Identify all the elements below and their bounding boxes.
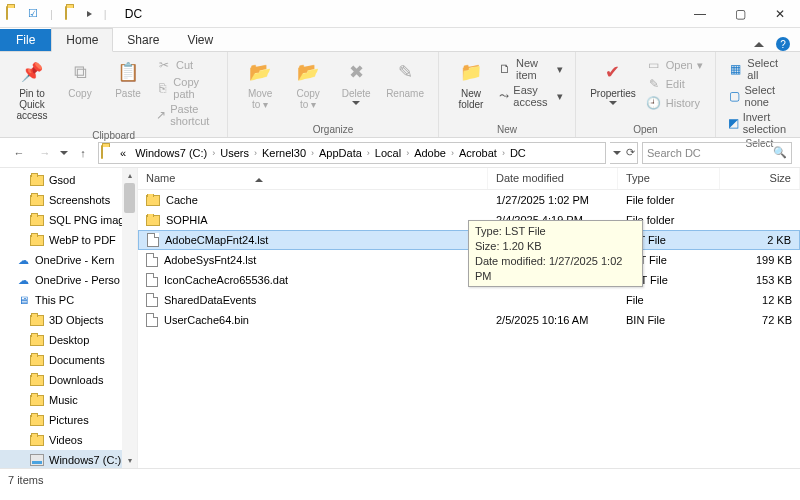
file-row[interactable]: Cache 1/27/2025 1:02 PM File folder [138, 190, 800, 210]
col-date[interactable]: Date modified [488, 168, 618, 189]
window-title: DC [125, 7, 142, 21]
tree-item-label: This PC [35, 294, 74, 306]
file-type: File [618, 294, 720, 306]
tree-item-label: SQL PNG imag [49, 214, 124, 226]
rename-button[interactable]: ✎Rename [382, 56, 428, 112]
collapse-ribbon-icon[interactable] [754, 42, 764, 47]
col-type[interactable]: Type [618, 168, 720, 189]
tree-item[interactable]: Desktop [0, 330, 137, 350]
address-bar[interactable]: « Windows7 (C:)› Users› Kernel30› AppDat… [98, 142, 606, 164]
close-button[interactable]: ✕ [760, 0, 800, 28]
paste-icon: 📋 [114, 58, 142, 86]
invert-selection-button[interactable]: ◩Invert selection [726, 110, 793, 136]
file-name: AdobeSysFnt24.lst [164, 254, 256, 266]
copy-to-button[interactable]: 📂Copyto ▾ [286, 56, 330, 112]
column-headers[interactable]: Name Date modified Type Size [138, 168, 800, 190]
file-date: 2/5/2025 10:16 AM [488, 314, 618, 326]
refresh-icon[interactable]: ⟳ [626, 146, 635, 159]
tree-item[interactable]: 🖥This PC [0, 290, 137, 310]
cut-button[interactable]: ✂Cut [154, 56, 217, 74]
tree-item-label: Videos [49, 434, 82, 446]
tree-item[interactable]: ☁OneDrive - Kern [0, 250, 137, 270]
tree-item-label: WebP to PDF [49, 234, 116, 246]
select-all-button[interactable]: ▦Select all [726, 56, 793, 82]
folder-icon [146, 215, 160, 226]
tree-item[interactable]: ☁OneDrive - Perso [0, 270, 137, 290]
forward-button[interactable]: → [34, 142, 56, 164]
tab-home[interactable]: Home [51, 28, 113, 52]
history-button[interactable]: 🕘History [644, 94, 705, 112]
file-row[interactable]: SharedDataEvents File 12 KB [138, 290, 800, 310]
col-name[interactable]: Name [138, 168, 488, 189]
properties-button[interactable]: ✔Properties [586, 56, 640, 112]
edit-button[interactable]: ✎Edit [644, 75, 705, 93]
easy-access-button[interactable]: ⤳Easy access ▾ [497, 83, 565, 109]
file-size: 2 KB [719, 234, 799, 246]
status-bar: 7 items [0, 468, 800, 490]
paste-button[interactable]: 📋 Paste [106, 56, 150, 128]
group-open-label: Open [586, 122, 705, 135]
tree-item[interactable]: Documents [0, 350, 137, 370]
pin-quick-access-button[interactable]: 📌 Pin to Quick access [10, 56, 54, 128]
up-button[interactable]: ↑ [72, 142, 94, 164]
col-size[interactable]: Size [720, 168, 800, 189]
copy-path-button[interactable]: ⎘Copy path [154, 75, 217, 101]
select-none-button[interactable]: ▢Select none [726, 83, 793, 109]
folder-icon [30, 355, 44, 366]
tree-item[interactable]: Downloads [0, 370, 137, 390]
tree-item[interactable]: Pictures [0, 410, 137, 430]
tree-item[interactable]: 3D Objects [0, 310, 137, 330]
move-to-button[interactable]: 📂Moveto ▾ [238, 56, 282, 112]
invert-icon: ◩ [728, 115, 739, 131]
new-item-button[interactable]: 🗋New item ▾ [497, 56, 565, 82]
search-box[interactable]: Search DC 🔍 [642, 142, 792, 164]
tree-item[interactable]: Screenshots [0, 190, 137, 210]
open-button[interactable]: ▭Open ▾ [644, 56, 705, 74]
back-button[interactable]: ← [8, 142, 30, 164]
tree-item-label: Screenshots [49, 194, 110, 206]
nav-tree[interactable]: GsodScreenshotsSQL PNG imagWebP to PDF☁O… [0, 168, 138, 468]
tree-item[interactable]: SQL PNG imag [0, 210, 137, 230]
scroll-thumb[interactable] [124, 183, 135, 213]
history-dropdown-icon[interactable] [60, 151, 68, 155]
explorer-icon [6, 7, 20, 21]
tree-scrollbar[interactable]: ▴▾ [122, 168, 137, 468]
maximize-button[interactable]: ▢ [720, 0, 760, 28]
folder-icon [65, 7, 79, 21]
tree-item[interactable]: Videos [0, 430, 137, 450]
rename-icon: ✎ [391, 58, 419, 86]
tab-file[interactable]: File [0, 29, 51, 51]
file-icon [146, 313, 158, 327]
tree-item-label: Gsod [49, 174, 75, 186]
group-open: ✔Properties ▭Open ▾ ✎Edit 🕘History Open [576, 52, 716, 137]
paste-shortcut-button[interactable]: ↗Paste shortcut [154, 102, 217, 128]
scroll-up-icon[interactable]: ▴ [122, 168, 137, 183]
file-name: IconCacheAcro65536.dat [164, 274, 288, 286]
qat-save-icon[interactable]: ☑ [28, 7, 38, 20]
tree-item-label: Downloads [49, 374, 103, 386]
delete-button[interactable]: ✖Delete [334, 56, 378, 112]
tab-share[interactable]: Share [113, 29, 173, 51]
tree-item[interactable]: Music [0, 390, 137, 410]
file-row[interactable]: UserCache64.bin 2/5/2025 10:16 AM BIN Fi… [138, 310, 800, 330]
tree-item[interactable]: Gsod [0, 170, 137, 190]
minimize-button[interactable]: — [680, 0, 720, 28]
address-refresh[interactable]: ⟳ [610, 142, 638, 164]
tree-item-label: Documents [49, 354, 105, 366]
tree-item[interactable]: Windows7 (C:) [0, 450, 137, 468]
scroll-down-icon[interactable]: ▾ [122, 453, 137, 468]
copy-to-icon: 📂 [294, 58, 322, 86]
file-size: 199 KB [720, 254, 800, 266]
copy-button[interactable]: ⧉ Copy [58, 56, 102, 128]
group-clipboard: 📌 Pin to Quick access ⧉ Copy 📋 Paste ✂Cu… [0, 52, 228, 137]
group-clipboard-label: Clipboard [10, 128, 217, 141]
history-icon: 🕘 [646, 95, 662, 111]
drive-icon [30, 454, 44, 466]
help-button[interactable]: ? [776, 37, 790, 51]
qat-dropdown-icon[interactable] [87, 11, 92, 17]
tree-item-label: OneDrive - Kern [35, 254, 114, 266]
tab-view[interactable]: View [173, 29, 227, 51]
tree-item-label: Pictures [49, 414, 89, 426]
tree-item[interactable]: WebP to PDF [0, 230, 137, 250]
new-folder-button[interactable]: 📁Newfolder [449, 56, 493, 112]
